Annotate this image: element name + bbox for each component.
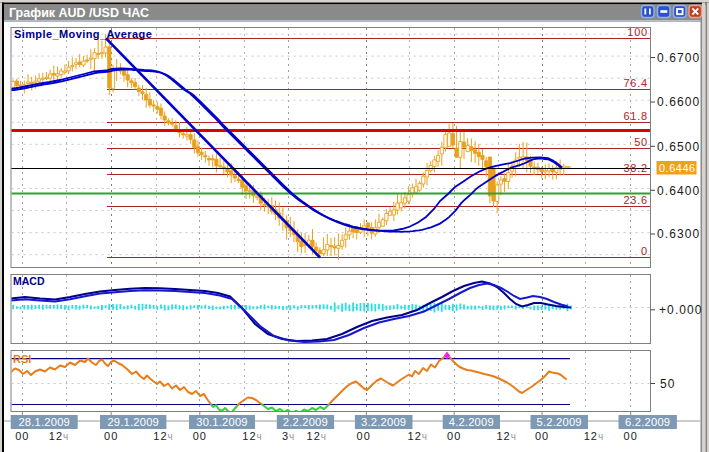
svg-text:3.2.2009: 3.2.2009 [361, 416, 406, 428]
svg-text:12ч: 12ч [307, 430, 327, 442]
svg-text:00: 00 [357, 430, 371, 442]
svg-text:00: 00 [104, 430, 118, 442]
svg-text:0.6600: 0.6600 [657, 95, 700, 109]
svg-text:12ч: 12ч [496, 430, 516, 442]
svg-text:12ч: 12ч [584, 430, 604, 442]
svg-text:00: 00 [447, 430, 461, 442]
svg-text:28.1.2009: 28.1.2009 [18, 416, 70, 428]
svg-text:0.6400: 0.6400 [657, 184, 700, 198]
svg-text:00: 00 [193, 430, 207, 442]
svg-text:0.6300: 0.6300 [657, 227, 700, 241]
svg-text:0.6700: 0.6700 [657, 51, 700, 65]
svg-text:61.8: 61.8 [623, 110, 648, 122]
svg-text:50: 50 [634, 136, 648, 148]
svg-text:MACD: MACD [13, 275, 45, 287]
svg-text:50: 50 [660, 377, 676, 391]
svg-text:0.6500: 0.6500 [657, 140, 700, 154]
svg-text:График AUD /USD ЧАС: График AUD /USD ЧАС [9, 6, 149, 20]
svg-text:3ч: 3ч [282, 430, 295, 442]
svg-text:23.6: 23.6 [623, 194, 648, 206]
svg-text:12ч: 12ч [153, 430, 173, 442]
svg-text:+0.000: +0.000 [659, 303, 703, 317]
svg-text:00: 00 [535, 430, 549, 442]
svg-text:29.1.2009: 29.1.2009 [107, 416, 159, 428]
svg-text:12ч: 12ч [408, 430, 428, 442]
svg-text:0.6446: 0.6446 [659, 162, 696, 174]
svg-text:2.2.2009: 2.2.2009 [283, 416, 328, 428]
svg-text:5.2.2009: 5.2.2009 [537, 416, 582, 428]
svg-text:6.2.2009: 6.2.2009 [625, 416, 670, 428]
svg-text:Simple_Moving_Average: Simple_Moving_Average [14, 28, 152, 40]
svg-text:00: 00 [624, 430, 638, 442]
svg-text:0: 0 [641, 245, 648, 257]
svg-text:00: 00 [15, 430, 29, 442]
svg-text:12ч: 12ч [242, 430, 262, 442]
svg-text:38.2: 38.2 [623, 162, 648, 174]
svg-text:76.4: 76.4 [623, 77, 648, 89]
svg-text:4.2.2009: 4.2.2009 [449, 416, 494, 428]
svg-text:RSI: RSI [13, 353, 31, 365]
svg-text:30.1.2009: 30.1.2009 [196, 416, 248, 428]
svg-text:12ч: 12ч [49, 430, 69, 442]
